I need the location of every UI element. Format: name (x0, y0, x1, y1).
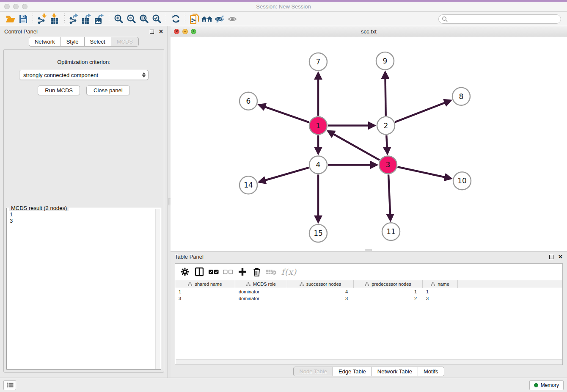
column-type-icon (246, 282, 250, 286)
graph-edge-3-10[interactable] (397, 167, 450, 178)
zoom-out-icon[interactable] (125, 13, 138, 25)
graph-node-15[interactable]: 15 (309, 224, 327, 242)
column-type-icon (300, 282, 304, 286)
float-panel-icon[interactable] (150, 30, 154, 34)
toolbar-separator (185, 14, 185, 25)
network-maximize-icon[interactable]: + (191, 29, 196, 34)
refresh-network-icon[interactable] (169, 13, 182, 25)
table-settings-icon[interactable] (179, 265, 191, 278)
column-header-predecessor-nodes[interactable]: predecessor nodes (354, 280, 423, 288)
tab-network[interactable]: Network (29, 37, 61, 47)
vertical-splitter[interactable] (168, 26, 171, 378)
import-network-icon[interactable] (36, 13, 49, 25)
tab-node-table[interactable]: Node Table (293, 367, 333, 376)
graph-node-10[interactable]: 10 (453, 172, 471, 190)
graph-node-8[interactable]: 8 (452, 88, 470, 105)
hide-selected-icon[interactable] (214, 13, 226, 25)
main-toolbar (0, 12, 567, 26)
tab-select[interactable]: Select (84, 37, 111, 47)
column-header-name[interactable]: name (423, 280, 458, 288)
graph-node-3[interactable]: 3 (379, 156, 397, 174)
graph-edge-3-11[interactable] (388, 174, 391, 220)
delete-column-icon[interactable] (250, 265, 263, 278)
function-builder-icon[interactable]: f(x) (279, 265, 299, 278)
svg-text:11: 11 (386, 227, 396, 236)
network-canvas[interactable]: 1234678910111415 (171, 37, 567, 251)
graph-node-1[interactable]: 1 (309, 117, 327, 135)
table-cell: 3 (175, 296, 235, 301)
export-image-icon[interactable] (93, 13, 106, 25)
tab-edge-table[interactable]: Edge Table (333, 367, 372, 376)
optimization-criterion-label: Optimization criterion: (4, 59, 164, 65)
criterion-select[interactable]: strongly connected component (19, 70, 149, 80)
close-panel-icon[interactable]: ✕ (159, 30, 163, 34)
graph-edge-3-1[interactable] (328, 131, 380, 160)
zoom-selected-icon[interactable] (150, 13, 163, 25)
column-label: shared name (195, 282, 222, 287)
network-minimize-icon[interactable]: − (182, 29, 188, 34)
graph-node-4[interactable]: 4 (309, 156, 327, 174)
memory-button[interactable]: Memory (529, 380, 564, 390)
select-chevrons-icon (142, 72, 146, 77)
zoom-fit-content-icon[interactable] (138, 13, 150, 25)
network-graph[interactable]: 1234678910111415 (171, 37, 567, 251)
app-window: Session: New Session (0, 0, 567, 392)
search-field[interactable] (438, 14, 561, 24)
tab-motifs[interactable]: Motifs (418, 367, 444, 376)
add-column-icon[interactable] (236, 265, 249, 278)
task-history-button[interactable] (3, 380, 16, 390)
graph-node-7[interactable]: 7 (309, 53, 327, 71)
export-network-icon[interactable] (68, 13, 80, 25)
column-type-icon (431, 282, 435, 286)
graph-edge-4-14[interactable] (260, 168, 309, 182)
table-row[interactable]: 1dominator411 (175, 288, 562, 295)
table-cell: dominator (235, 296, 287, 301)
delete-table-icon[interactable] (265, 265, 278, 278)
save-session-icon[interactable] (17, 13, 30, 25)
graph-node-6[interactable]: 6 (239, 92, 257, 110)
run-mcds-button[interactable]: Run MCDS (38, 86, 80, 95)
graph-edge-2-8[interactable] (395, 101, 450, 122)
graph-node-14[interactable]: 14 (239, 176, 257, 194)
column-header-shared-name[interactable]: shared name (175, 280, 235, 288)
tab-network-table[interactable]: Network Table (372, 367, 418, 376)
column-header-successor-nodes[interactable]: successor nodes (287, 280, 354, 288)
column-header-MCDS-role[interactable]: MCDS role (235, 280, 287, 288)
svg-text:9: 9 (383, 57, 388, 65)
select-all-checkbox-icon[interactable] (207, 265, 220, 278)
first-neighbors-icon[interactable] (201, 13, 214, 25)
graph-edge-2-3[interactable] (386, 135, 387, 153)
graph-edge-2-9[interactable] (385, 73, 385, 116)
tab-style[interactable]: Style (61, 37, 85, 47)
horizontal-splitter-grip[interactable] (365, 249, 372, 251)
export-table-icon[interactable] (80, 13, 93, 25)
close-panel-button[interactable]: Close panel (86, 86, 130, 95)
table-cell: 2 (354, 296, 423, 301)
table-hscrollbar[interactable] (176, 359, 562, 364)
split-panel-icon[interactable] (193, 265, 206, 278)
node-table: f(x) shared nameMCDS rolesuccessor nodes… (175, 263, 563, 365)
show-all-icon[interactable] (226, 13, 239, 25)
import-table-icon[interactable] (49, 13, 61, 25)
close-table-panel-icon[interactable]: ✕ (558, 255, 563, 259)
table-panel: Table Panel ✕ (171, 251, 567, 378)
deselect-all-checkbox-icon[interactable] (222, 265, 234, 278)
graph-node-9[interactable]: 9 (376, 52, 394, 70)
zoom-in-icon[interactable] (112, 13, 125, 25)
open-session-icon[interactable] (4, 13, 17, 25)
clone-network-icon[interactable] (188, 13, 201, 25)
table-row[interactable]: 3dominator323 (175, 295, 562, 302)
mcds-result-group: MCDS result (2 nodes) 1 3 (6, 208, 161, 370)
list-icon (6, 382, 14, 388)
result-scrollbar[interactable] (155, 209, 160, 369)
tab-mcds[interactable]: MCDS (111, 37, 139, 47)
network-close-icon[interactable]: ✕ (174, 29, 179, 34)
float-table-panel-icon[interactable] (549, 255, 553, 259)
search-input[interactable] (448, 15, 561, 23)
graph-edge-1-6[interactable] (259, 105, 309, 122)
graph-node-11[interactable]: 11 (382, 223, 400, 240)
table-panel-title: Table Panel (175, 254, 204, 260)
graph-node-2[interactable]: 2 (377, 117, 395, 135)
mcds-result-text[interactable]: 1 3 (7, 209, 155, 369)
svg-text:1: 1 (316, 121, 321, 130)
